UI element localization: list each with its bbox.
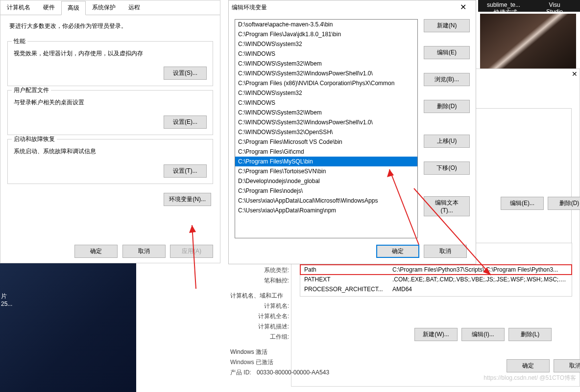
- sysprop-ok-button[interactable]: 确定: [74, 245, 118, 258]
- desktop-wallpaper-fragment: 片 25...: [0, 257, 136, 392]
- wallpaper-caption-2: 25...: [1, 300, 12, 307]
- path-row[interactable]: C:\Program Files\MySQL\bin: [235, 157, 417, 166]
- activate-header: Windows 激活: [230, 348, 267, 355]
- path-row[interactable]: C:\WINDOWS\System32\Wbem: [235, 108, 417, 117]
- path-row[interactable]: C:\Program Files\TortoiseSVN\bin: [235, 166, 417, 176]
- environment-variables-button[interactable]: 环境变量(N)...: [164, 193, 211, 206]
- path-listbox[interactable]: D:\software\apache-maven-3.5.4\binC:\Pro…: [235, 19, 418, 238]
- editvar-cancel-button[interactable]: 取消: [424, 245, 467, 258]
- user-var-delete-button[interactable]: 删除(D): [548, 197, 580, 210]
- performance-group: 性能 视觉效果，处理器计划，内存使用，以及虚拟内存 设置(S)...: [7, 41, 213, 86]
- path-edit-button[interactable]: 编辑(E): [424, 46, 470, 59]
- startup-recovery-legend: 启动和故障恢复: [12, 135, 57, 143]
- tab-computer-name[interactable]: 计算机名: [0, 0, 37, 15]
- system-var-edit-button[interactable]: 编辑(I)...: [461, 328, 505, 341]
- path-row[interactable]: C:\WINDOWS\System32\OpenSSH\: [235, 127, 417, 137]
- system-var-row[interactable]: PathC:\Program Files\Python37\Scripts\;C…: [300, 265, 572, 275]
- desktop-black-strip: sublime_te...- 快捷方式 VisuStudio: [478, 0, 580, 12]
- path-row[interactable]: C:\WINDOWS\system32: [235, 88, 417, 98]
- user-profiles-desc: 与登录帐户相关的桌面设置: [14, 98, 207, 107]
- system-info-labels: 系统类型: 笔和触控: 计算机名、域和工作 计算机名: 计算机全名: 计算机描述…: [230, 264, 329, 379]
- desktop-photo-thumbnail[interactable]: [480, 14, 576, 69]
- path-row[interactable]: C:\Program Files\Git\cmd: [235, 147, 417, 157]
- user-var-edit-button[interactable]: 编辑(E)...: [501, 197, 544, 210]
- sysprop-cancel-button[interactable]: 取消: [122, 245, 166, 258]
- domain-header: 计算机名、域和工作: [230, 292, 283, 299]
- envwin-close-icon[interactable]: ✕: [572, 70, 578, 78]
- startup-recovery-group: 启动和故障恢复 系统启动、系统故障和调试信息 设置(T)...: [7, 139, 213, 184]
- system-var-row[interactable]: PATHEXT.COM;.EXE;.BAT;.CMD;.VBS;.VBE;.JS…: [300, 275, 572, 284]
- path-row[interactable]: D:\Develop\nodejs\node_global: [235, 176, 417, 186]
- path-row[interactable]: C:\WINDOWS: [235, 98, 417, 108]
- path-row[interactable]: C:\WINDOWS: [235, 49, 417, 59]
- path-browse-button[interactable]: 浏览(B)...: [424, 73, 470, 86]
- path-edit-text-button[interactable]: 编辑文本(T)...: [424, 196, 470, 216]
- path-row[interactable]: C:\Users\xiao\AppData\Local\Microsoft\Wi…: [235, 196, 417, 206]
- edit-environment-variable-dialog: 编辑环境变量 ✕ D:\software\apache-maven-3.5.4\…: [228, 0, 476, 264]
- wallpaper-caption-1: 片: [1, 293, 7, 300]
- sysprop-tabstrip: 计算机名 硬件 高级 系统保护 远程: [0, 0, 220, 15]
- system-var-new-button[interactable]: 新建(W)...: [414, 328, 458, 341]
- path-move-down-button[interactable]: 下移(O): [424, 161, 470, 175]
- performance-desc: 视觉效果，处理器计划，内存使用，以及虚拟内存: [14, 49, 207, 58]
- startup-recovery-desc: 系统启动、系统故障和调试信息: [14, 147, 207, 156]
- user-profiles-legend: 用户配置文件: [12, 86, 51, 94]
- admin-note: 要进行大多数更改，你必须作为管理员登录。: [0, 15, 220, 37]
- system-var-delete-button[interactable]: 删除(L): [508, 328, 552, 341]
- envwin-cancel-button[interactable]: 取消: [554, 359, 580, 372]
- path-delete-button[interactable]: 删除(D): [424, 100, 470, 113]
- tab-hardware[interactable]: 硬件: [37, 0, 61, 15]
- tab-advanced[interactable]: 高级: [61, 1, 86, 15]
- performance-settings-button[interactable]: 设置(S)...: [164, 67, 207, 80]
- system-var-row[interactable]: PROCESSOR_ARCHITECT...AMD64: [300, 284, 572, 294]
- watermark-text: https://blog.csdn.net/ @51CTO博客: [483, 374, 576, 382]
- path-row[interactable]: C:\WINDOWS\System32\Wbem: [235, 59, 417, 69]
- path-row[interactable]: D:\software\apache-maven-3.5.4\bin: [235, 20, 417, 29]
- path-row[interactable]: C:\WINDOWS\System32\WindowsPowerShell\v1…: [235, 69, 417, 78]
- path-row[interactable]: C:\Users\xiao\AppData\Roaming\npm: [235, 206, 417, 215]
- path-move-up-button[interactable]: 上移(U): [424, 135, 470, 148]
- performance-legend: 性能: [12, 37, 27, 46]
- user-profiles-group: 用户配置文件 与登录帐户相关的桌面设置 设置(E)...: [7, 90, 213, 135]
- editvar-ok-button[interactable]: 确定: [376, 245, 419, 258]
- sysprop-apply-button[interactable]: 应用(A): [170, 245, 213, 258]
- path-row[interactable]: C:\Program Files\Microsoft VS Code\bin: [235, 137, 417, 147]
- path-row[interactable]: C:\Program Files\Java\jdk1.8.0_181\bin: [235, 29, 417, 39]
- product-id: 00330-80000-00000-AA543: [257, 369, 329, 376]
- startup-recovery-settings-button[interactable]: 设置(T)...: [164, 164, 207, 178]
- editvar-title: 编辑环境变量: [232, 3, 267, 12]
- path-row[interactable]: C:\WINDOWS\system32: [235, 39, 417, 49]
- path-row[interactable]: C:\WINDOWS\System32\WindowsPowerShell\v1…: [235, 117, 417, 127]
- path-row[interactable]: C:\Program Files (x86)\NVIDIA Corporatio…: [235, 78, 417, 88]
- envwin-ok-button[interactable]: 确定: [507, 359, 550, 372]
- editvar-close-icon[interactable]: ✕: [453, 3, 473, 12]
- user-profiles-settings-button[interactable]: 设置(E)...: [164, 115, 207, 129]
- path-new-button[interactable]: 新建(N): [424, 19, 470, 32]
- tab-remote[interactable]: 远程: [122, 0, 146, 15]
- tab-system-protection[interactable]: 系统保护: [86, 0, 122, 15]
- path-row[interactable]: C:\Program Files\nodejs\: [235, 186, 417, 196]
- system-properties-window: 计算机名 硬件 高级 系统保护 远程 要进行大多数更改，你必须作为管理员登录。 …: [0, 0, 220, 263]
